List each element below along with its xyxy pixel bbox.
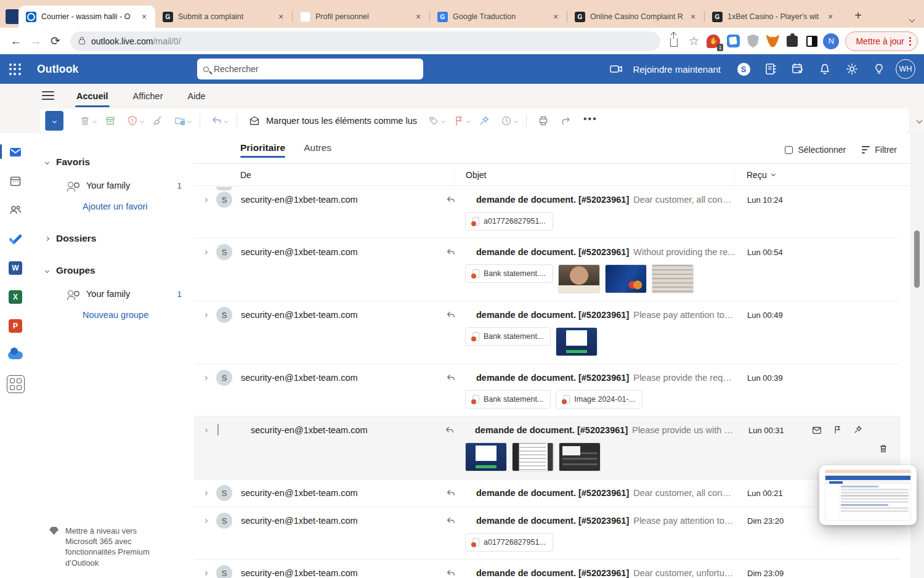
more-apps-button[interactable] — [7, 376, 23, 392]
calendar-module-button[interactable] — [7, 173, 23, 189]
sender-avatar[interactable]: S — [216, 513, 232, 529]
toolbar-overflow-button[interactable]: ••• — [577, 113, 604, 128]
reload-button[interactable]: ⟳ — [46, 31, 65, 51]
tips-button[interactable] — [869, 59, 890, 79]
onenote-feed-button[interactable] — [760, 59, 781, 79]
attachment-chip[interactable]: a017726827951... — [465, 533, 553, 552]
close-icon[interactable]: × — [276, 12, 286, 22]
tab-google-traduction[interactable]: G Google Traduction × — [430, 6, 567, 28]
new-tab-button[interactable]: + — [850, 9, 866, 23]
shield-extension-button[interactable] — [744, 33, 761, 50]
notes-extension-button[interactable] — [724, 33, 742, 50]
bookmark-button[interactable]: ☆ — [685, 33, 702, 50]
adblock-extension-button[interactable]: 1 — [705, 33, 722, 50]
favorites-section-header[interactable]: Favoris — [46, 152, 194, 173]
email-row[interactable]: Ssecurity-en@1xbet-team.comdemande de do… — [194, 560, 899, 578]
share-button[interactable] — [665, 33, 683, 50]
lock-icon[interactable] — [79, 39, 85, 44]
sender-avatar[interactable]: S — [216, 307, 232, 323]
new-message-dropdown[interactable] — [45, 111, 63, 131]
reader-mode-button[interactable] — [803, 33, 821, 50]
close-icon[interactable]: × — [551, 12, 561, 22]
mail-module-button[interactable] — [7, 144, 23, 160]
close-icon[interactable]: × — [139, 12, 149, 22]
url-bar[interactable]: outlook.live.com /mail/0/ — [70, 31, 660, 51]
flag-icon[interactable] — [832, 425, 843, 435]
tab-submit-complaint[interactable]: G Submit a complaint × — [155, 6, 292, 28]
attachment-thumbnail-paper[interactable] — [652, 264, 694, 293]
forward-button[interactable]: → — [26, 31, 46, 51]
attachment-chip[interactable]: Image 2024-01-... — [556, 390, 642, 409]
expand-thread-chevron-icon[interactable] — [194, 572, 216, 575]
ribbon-collapse-chevron-icon[interactable] — [917, 118, 923, 124]
attachment-chip[interactable]: Bank statement.... — [465, 264, 553, 283]
folders-section-header[interactable]: Dossiers — [46, 228, 194, 249]
archive-button[interactable] — [100, 111, 121, 131]
tab-aide[interactable]: Aide — [187, 89, 207, 104]
tab-afficher[interactable]: Afficher — [132, 89, 164, 104]
tab-accueil[interactable]: Accueil — [75, 89, 110, 104]
mark-read-icon[interactable] — [811, 425, 822, 436]
tab-search-chevron-icon[interactable] — [909, 17, 915, 23]
close-icon[interactable]: × — [413, 12, 423, 22]
expand-thread-chevron-icon[interactable] — [194, 198, 216, 201]
expand-thread-chevron-icon[interactable] — [194, 492, 216, 495]
attachment-thumbnail-darkui[interactable] — [559, 442, 601, 471]
new-message-button[interactable]: Nouveau message — [45, 111, 63, 131]
attachment-thumbnail-receipt[interactable] — [512, 442, 554, 471]
excel-module-button[interactable]: X — [7, 289, 23, 305]
word-module-button[interactable]: W — [7, 260, 23, 276]
expand-thread-chevron-icon[interactable] — [194, 251, 216, 254]
chrome-update-button[interactable]: Mettre à jour — [845, 31, 918, 51]
sender-avatar[interactable]: S — [216, 244, 232, 260]
close-icon[interactable]: × — [688, 12, 698, 22]
meet-now-button[interactable] — [606, 59, 626, 79]
attachment-thumbnail-doc[interactable] — [556, 327, 598, 356]
redo-button[interactable] — [555, 111, 576, 131]
my-day-button[interactable] — [787, 59, 808, 79]
attachment-thumbnail-card[interactable] — [605, 264, 647, 293]
tab-casino-complaint[interactable]: G Online Casino Complaint R × — [567, 6, 704, 28]
groups-section-header[interactable]: Groupes — [46, 260, 194, 281]
trash-icon[interactable] — [878, 443, 889, 454]
pin-button[interactable] — [474, 111, 495, 131]
tab-autres[interactable]: Autres — [304, 142, 331, 157]
close-icon[interactable]: × — [825, 12, 835, 22]
column-received[interactable]: Reçu — [734, 164, 924, 185]
expand-thread-chevron-icon[interactable] — [194, 377, 216, 380]
onedrive-module-button[interactable] — [7, 347, 23, 363]
settings-button[interactable] — [841, 59, 862, 79]
attachment-chip[interactable]: a017726827951... — [465, 212, 553, 230]
expand-thread-chevron-icon[interactable] — [194, 519, 216, 523]
pin-icon[interactable] — [853, 425, 863, 435]
favorite-your-family[interactable]: Your family 1 — [46, 175, 194, 196]
sender-avatar[interactable]: S — [216, 192, 232, 208]
new-group-link[interactable]: Nouveau groupe — [46, 304, 194, 325]
column-from[interactable]: De — [194, 170, 454, 180]
sweep-button[interactable] — [147, 111, 168, 131]
print-button[interactable] — [533, 111, 554, 131]
sender-avatar[interactable]: S — [216, 370, 232, 386]
app-launcher-button[interactable] — [0, 54, 30, 84]
sender-avatar[interactable]: S — [216, 565, 232, 578]
upgrade-promo[interactable]: Mettre à niveau vers Microsoft 365 avec … — [49, 526, 166, 568]
skype-button[interactable]: S — [733, 59, 754, 79]
join-now-label[interactable]: Rejoindre maintenant — [633, 64, 721, 75]
browser-profile-avatar[interactable]: N — [823, 33, 839, 49]
email-row[interactable]: Ssecurity-en@1xbet-team.comdemande de do… — [194, 479, 899, 507]
attachment-chip[interactable]: Bank statement... — [465, 390, 551, 409]
filter-button[interactable]: Filtrer — [862, 145, 897, 157]
email-row[interactable]: security-en@1xbet-team.comdemande de doc… — [194, 417, 901, 479]
column-subject[interactable]: Objet — [454, 164, 734, 185]
tab-1xbet-casino[interactable]: G 1xBet Casino - Player's wit × — [705, 6, 841, 28]
mark-all-read-button[interactable]: Marquer tous les éléments comme lus — [243, 115, 422, 127]
metamask-extension-button[interactable] — [764, 33, 781, 50]
expand-thread-chevron-icon[interactable] — [194, 314, 216, 317]
email-row[interactable]: Ssecurity-en@1xbet-team.comdemande de do… — [194, 507, 899, 560]
attachment-thumbnail-selfie[interactable] — [558, 264, 600, 293]
account-avatar[interactable]: WH — [896, 59, 915, 79]
back-button[interactable]: ← — [6, 31, 26, 51]
email-checkbox[interactable] — [217, 424, 219, 436]
email-row[interactable]: Ssecurity-en@1xbet-team.comdemande de do… — [194, 238, 899, 301]
tab-prioritaire[interactable]: Prioritaire — [240, 142, 285, 157]
